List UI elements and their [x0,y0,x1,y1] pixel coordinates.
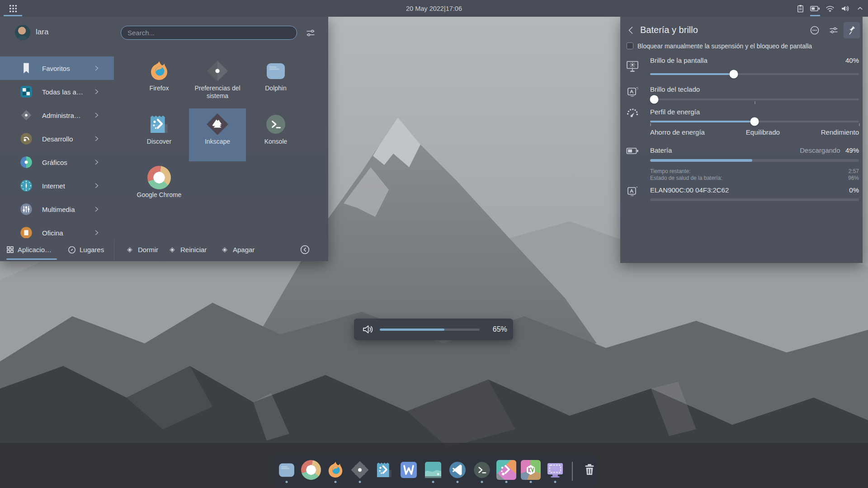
volume-osd-bar [380,328,479,331]
sidebar-item-administracion[interactable]: Administra… [0,103,114,127]
restart-icon [168,246,176,254]
battery-percent: 49% [845,146,859,154]
dock-item-image-gallery[interactable] [423,458,443,485]
active-indicator [4,15,22,16]
option-balanced[interactable]: Equilibrado [746,128,780,136]
app-konsole[interactable]: Konsole [247,108,304,161]
battery-icon [626,144,639,158]
battery-tray-icon[interactable] [810,0,821,17]
battery-brightness-panel: Batería y brillo Bloquear manualmente la… [620,17,863,263]
option-performance[interactable]: Rendimiento [821,128,859,136]
tab-places[interactable]: Lugares [68,238,104,261]
lock-suspend-checkbox[interactable] [627,42,633,49]
screen-brightness-slider[interactable] [650,70,859,78]
apps-grid-icon [9,5,17,13]
user-avatar[interactable] [15,25,30,40]
dock-item-screen-capture[interactable] [545,458,566,485]
app-google-chrome[interactable]: Google Chrome [131,162,188,215]
running-indicator [432,481,434,483]
slider-handle[interactable] [650,95,659,104]
battery-progress-bar [650,159,859,162]
back-button[interactable] [626,25,637,36]
keyboard-brightness-row: Brillo del teclado [650,85,859,93]
dock-item-firefox[interactable] [325,458,346,485]
status-and-notifications-button[interactable] [807,22,823,38]
clipboard-tray-icon[interactable] [795,0,806,17]
restart-button[interactable]: Reiniciar [168,238,207,261]
clock[interactable]: 20 May 2022|17:06 [406,0,462,17]
running-indicator [481,481,483,483]
shutdown-button[interactable]: Apagar [221,238,255,261]
running-indicator [554,481,557,483]
app-system-settings[interactable]: Preferencias del sistema [189,55,246,108]
keyboard-brightness-slider[interactable] [650,95,859,103]
app-firefox[interactable]: Firefox [131,55,188,108]
internet-icon [19,179,33,192]
running-indicator [457,481,459,483]
chevron-right-icon [95,206,99,212]
all-apps-icon [19,85,33,99]
dock-item-system-settings[interactable] [349,458,370,485]
dock-item-dev-tool[interactable] [496,458,517,485]
dock-item-word-processor[interactable] [398,458,419,485]
session-history-button[interactable] [300,244,310,255]
dock-item-kv-app[interactable] [520,458,541,485]
panel-title: Batería y brillo [640,25,698,35]
lock-suspend-label: Bloquear manualmente la suspensión y el … [637,42,812,50]
chevron-right-icon [95,230,99,235]
sidebar-item-graficos[interactable]: Gráficos [0,150,114,174]
dock-item-discover[interactable] [374,458,395,485]
chevron-right-icon [95,66,99,71]
slider-handle[interactable] [729,70,738,79]
running-indicator [335,481,337,483]
trash-icon [580,460,599,480]
pin-button[interactable] [844,22,860,38]
screen-brightness-row: Brillo de la pantalla 40% [650,56,859,64]
search-filter-icon[interactable] [306,28,316,38]
user-name: lara [36,28,48,37]
tab-applications[interactable]: Aplicacio… [6,238,57,261]
dock-item-vscode[interactable] [447,458,468,485]
dock-item-trash[interactable] [579,458,600,485]
discover-icon [374,460,394,480]
sidebar-item-todas-las-aplicaciones[interactable]: Todas las a… [0,80,114,103]
power-profile-icon [626,106,639,119]
dock-item-konsole[interactable] [472,458,492,485]
sidebar-item-oficina[interactable]: Oficina [0,221,114,238]
running-indicator [286,481,288,483]
sidebar-item-multimedia[interactable]: Multimedia [0,197,114,221]
volume-osd: 65% [354,319,513,340]
power-profile-slider[interactable] [650,117,859,126]
expand-tray-button[interactable] [854,0,865,17]
elan-progress-bar [650,198,859,201]
sidebar-item-desarrollo[interactable]: Desarrollo [0,127,114,150]
app-dolphin[interactable]: Dolphin [247,55,304,108]
applications-grid-icon [6,246,14,253]
screen-brightness-icon [626,59,639,73]
application-launcher-button[interactable] [3,0,23,17]
app-inkscape[interactable]: Inkscape [189,108,246,161]
power-profile-row: Perfil de energía [650,108,859,116]
option-power-save[interactable]: Ahorro de energía [650,128,705,136]
slider-handle[interactable] [750,117,759,126]
image-gallery-icon [423,460,443,480]
system-settings-icon [206,59,229,83]
running-indicator [359,481,361,483]
search-input[interactable] [121,26,297,40]
app-discover[interactable]: Discover [131,108,188,161]
dock-item-dolphin[interactable] [276,458,297,485]
footer-divider [114,239,114,260]
chevron-right-icon [95,113,99,118]
sleep-button[interactable]: Dormir [126,238,158,261]
places-compass-icon [68,246,76,254]
launcher-footer: Aplicacio… Lugares Dormir Reiniciar Apag… [0,238,328,261]
configure-button[interactable] [826,22,842,38]
volume-tray-icon[interactable] [840,0,850,17]
system-tray [795,0,865,17]
sidebar-item-favoritos[interactable]: Favoritos [0,56,114,80]
chevron-right-icon [95,136,99,141]
sidebar-item-internet[interactable]: Internet [0,174,114,197]
wifi-tray-icon[interactable] [825,0,835,17]
konsole-icon [264,113,288,136]
dock-item-google-chrome[interactable] [301,458,321,485]
